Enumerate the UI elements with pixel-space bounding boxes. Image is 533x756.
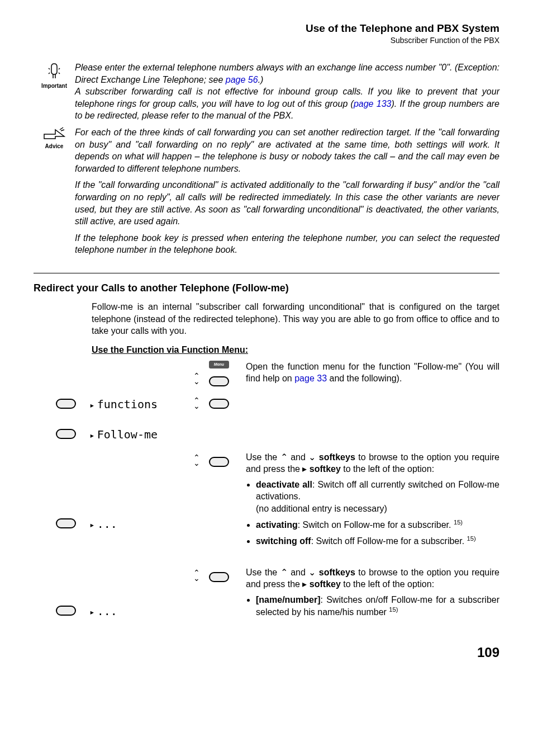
page-33-link[interactable]: page 33	[294, 374, 327, 383]
softkey-right[interactable]	[209, 399, 229, 409]
lcd-ellipsis: ...	[89, 517, 117, 531]
section-intro: Follow-me is an internal "subscriber cal…	[92, 301, 499, 337]
page-header-title: Use of the Telephone and PBX System	[34, 22, 499, 35]
softkey-left[interactable]	[56, 429, 76, 439]
advice-text: For each of the three kinds of call forw…	[75, 126, 499, 256]
option-name-number: [name/number]: Switches on/off Follow-me…	[256, 594, 499, 619]
softkey-right[interactable]	[209, 376, 229, 386]
softkey-right[interactable]	[209, 457, 229, 467]
softkey-left[interactable]	[56, 399, 76, 409]
page-133-link[interactable]: page 133	[354, 99, 392, 108]
up-down-arrows-icon: ⌃⌄	[192, 398, 201, 409]
softkey-left[interactable]	[56, 518, 76, 528]
page-header-subtitle: Subscriber Function of the PBX	[34, 36, 499, 45]
lcd-follow-me: Follow-me	[89, 428, 158, 441]
browse-name-number-text: Use the ⌃ and ⌄ softkeys to browse to th…	[246, 566, 499, 628]
section-divider	[34, 273, 499, 273]
lcd-ellipsis: ...	[89, 604, 117, 618]
section-heading: Redirect your Calls to another Telephone…	[34, 282, 499, 294]
up-down-arrows-icon: ⌃⌄	[192, 455, 201, 466]
up-down-arrows-icon: ⌃⌄	[192, 373, 201, 384]
option-switching-off: switching off: Switch off Follow-me for …	[256, 535, 499, 547]
option-deactivate-all: deactivate all: Switch off all currently…	[256, 479, 499, 515]
lcd-functions: functions	[89, 398, 158, 411]
menu-key[interactable]: Menu	[209, 361, 229, 368]
function-menu-subheading: Use the Function via Function Menu:	[92, 345, 499, 355]
page-56-link[interactable]: page 56	[226, 75, 258, 84]
important-icon	[44, 62, 64, 82]
softkey-left[interactable]	[56, 606, 76, 616]
browse-options-text: Use the ⌃ and ⌄ softkeys to browse to th…	[246, 451, 499, 563]
page-number: 109	[34, 645, 499, 660]
advice-label: Advice	[45, 143, 64, 149]
step-open-menu-text: Open the function menu for the function …	[246, 361, 499, 388]
softkey-right[interactable]	[209, 572, 229, 582]
advice-icon	[43, 126, 65, 142]
important-label: Important	[41, 83, 67, 89]
important-text: Please enter the external telephone numb…	[75, 62, 499, 122]
option-activating: activating: Switch on Follow-me for a su…	[256, 518, 499, 531]
up-down-arrows-icon: ⌃⌄	[192, 570, 201, 581]
